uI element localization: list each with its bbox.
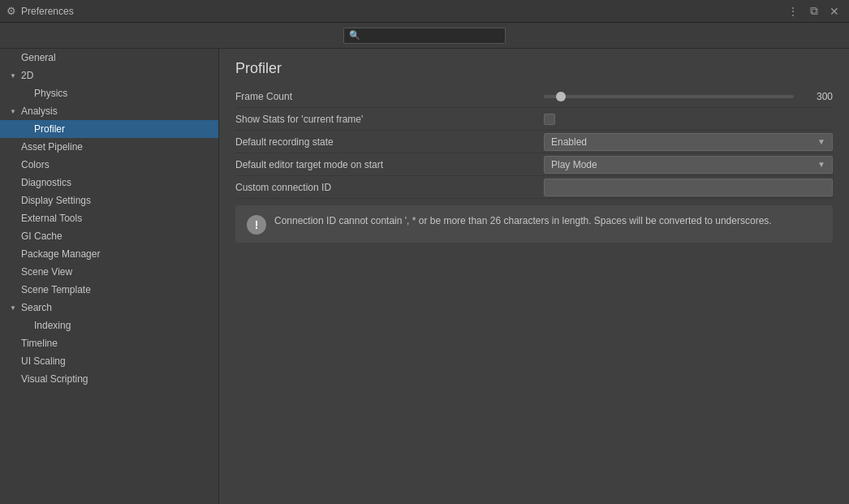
sidebar-item-scene-template[interactable]: Scene Template	[0, 281, 218, 299]
setting-row-default-editor-target: Default editor target mode on startPlay …	[235, 153, 833, 176]
sidebar-item-label: 2D	[21, 70, 33, 81]
slider-thumb	[556, 92, 566, 101]
sidebar-item-colors[interactable]: Colors	[0, 156, 218, 174]
sidebar-item-label: Timeline	[21, 338, 58, 349]
sidebar-item-physics[interactable]: Physics	[0, 84, 218, 102]
setting-control-frame-count: 300	[544, 91, 833, 102]
content-header: Profiler	[219, 49, 849, 85]
setting-control-default-editor-target: Play Mode▼	[544, 156, 833, 174]
sidebar-item-label: Colors	[21, 159, 50, 170]
sidebar-item-indexing[interactable]: Indexing	[0, 317, 218, 334]
checkbox-show-stats[interactable]	[544, 114, 555, 125]
title-bar-left: ⚙ Preferences	[6, 5, 74, 17]
sidebar-item-label: Visual Scripting	[21, 373, 88, 385]
sidebar-item-label: GI Cache	[21, 230, 62, 242]
dropdown-arrow-icon: ▼	[817, 160, 825, 169]
search-input[interactable]	[364, 31, 500, 41]
sidebar-item-general[interactable]: General	[0, 49, 218, 67]
settings-table: Frame Count300Show Stats for 'current fr…	[219, 85, 849, 199]
dropdown-default-editor-target[interactable]: Play Mode▼	[544, 156, 833, 174]
warning-box: ! Connection ID cannot contain ', * or b…	[235, 205, 833, 243]
sidebar-item-label: Display Settings	[21, 195, 91, 206]
sidebar-item-ui-scaling[interactable]: UI Scaling	[0, 352, 218, 370]
slider-container-frame-count: 300	[544, 91, 833, 102]
text-input-custom-connection[interactable]	[544, 179, 833, 196]
dropdown-default-recording[interactable]: Enabled▼	[544, 133, 833, 151]
setting-control-custom-connection	[544, 179, 833, 196]
window-title: Preferences	[21, 6, 74, 17]
slider-frame-count[interactable]	[544, 95, 794, 98]
sidebar-item-label: General	[21, 52, 56, 63]
search-bar: 🔍	[0, 23, 849, 49]
sidebar-item-search[interactable]: Search	[0, 299, 218, 317]
dropdown-value-default-editor-target: Play Mode	[551, 159, 597, 170]
sidebar-item-label: Profiler	[34, 123, 65, 135]
maximize-button[interactable]: ⧉	[807, 2, 821, 19]
setting-row-default-recording: Default recording stateEnabled▼	[235, 131, 833, 153]
search-icon: 🔍	[349, 30, 360, 41]
dropdown-value-default-recording: Enabled	[551, 136, 587, 148]
setting-label-default-recording: Default recording state	[235, 136, 544, 148]
sidebar-item-profiler[interactable]: Profiler	[0, 120, 218, 138]
gear-icon: ⚙	[6, 5, 16, 17]
sidebar-item-package-manager[interactable]: Package Manager	[0, 245, 218, 263]
main-layout: General2DPhysicsAnalysisProfilerAsset Pi…	[0, 49, 849, 504]
sidebar-item-label: Package Manager	[21, 248, 100, 260]
setting-control-show-stats	[544, 114, 833, 125]
sidebar: General2DPhysicsAnalysisProfilerAsset Pi…	[0, 49, 219, 504]
sidebar-item-label: Asset Pipeline	[21, 141, 83, 153]
title-bar-controls: ⋮ ⧉ ✕	[784, 2, 843, 19]
slider-value-frame-count: 300	[800, 91, 833, 102]
sidebar-item-external-tools[interactable]: External Tools	[0, 209, 218, 227]
warning-icon: !	[247, 215, 266, 235]
sidebar-item-label: Scene View	[21, 266, 72, 278]
sidebar-item-display-settings[interactable]: Display Settings	[0, 192, 218, 209]
setting-row-show-stats: Show Stats for 'current frame'	[235, 108, 833, 131]
sidebar-item-label: Diagnostics	[21, 177, 71, 188]
sidebar-item-visual-scripting[interactable]: Visual Scripting	[0, 370, 218, 388]
setting-row-frame-count: Frame Count300	[235, 85, 833, 108]
sidebar-item-2d[interactable]: 2D	[0, 67, 218, 84]
setting-row-custom-connection: Custom connection ID	[235, 176, 833, 199]
content-title: Profiler	[235, 60, 833, 77]
close-button[interactable]: ✕	[826, 3, 843, 19]
sidebar-item-label: Indexing	[34, 320, 71, 331]
setting-label-show-stats: Show Stats for 'current frame'	[235, 114, 544, 125]
sidebar-item-scene-view[interactable]: Scene View	[0, 263, 218, 281]
sidebar-item-timeline[interactable]: Timeline	[0, 334, 218, 352]
setting-label-frame-count: Frame Count	[235, 91, 544, 102]
sidebar-item-gi-cache[interactable]: GI Cache	[0, 227, 218, 245]
sidebar-item-asset-pipeline[interactable]: Asset Pipeline	[0, 138, 218, 156]
sidebar-item-label: Physics	[34, 88, 67, 99]
search-container: 🔍	[343, 28, 506, 44]
sidebar-item-label: Scene Template	[21, 284, 91, 295]
sidebar-item-diagnostics[interactable]: Diagnostics	[0, 174, 218, 192]
sidebar-item-label: UI Scaling	[21, 355, 66, 367]
setting-label-default-editor-target: Default editor target mode on start	[235, 159, 544, 170]
sidebar-item-label: Search	[21, 302, 52, 313]
setting-label-custom-connection: Custom connection ID	[235, 182, 544, 193]
title-bar: ⚙ Preferences ⋮ ⧉ ✕	[0, 0, 849, 23]
dropdown-arrow-icon: ▼	[817, 137, 825, 146]
sidebar-item-label: External Tools	[21, 213, 82, 224]
sidebar-item-label: Analysis	[21, 106, 58, 117]
menu-button[interactable]: ⋮	[784, 3, 802, 19]
setting-control-default-recording: Enabled▼	[544, 133, 833, 151]
sidebar-item-analysis[interactable]: Analysis	[0, 102, 218, 120]
content-area: Profiler Frame Count300Show Stats for 'c…	[219, 49, 849, 504]
warning-text: Connection ID cannot contain ', * or be …	[274, 213, 772, 228]
